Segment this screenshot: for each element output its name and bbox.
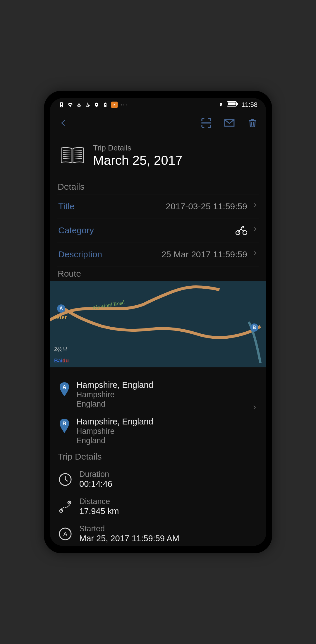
route-b-region: Hampshire bbox=[76, 427, 153, 436]
status-bar-right: 11:58 bbox=[218, 101, 257, 109]
svg-point-15 bbox=[243, 231, 247, 235]
scan-button[interactable] bbox=[200, 117, 213, 129]
header-text: Trip Details March 25, 2017 bbox=[93, 143, 183, 168]
wifi-icon bbox=[67, 102, 73, 108]
description-label: Description bbox=[58, 249, 102, 259]
screen: ··· 11:58 bbox=[50, 98, 266, 546]
cycling-icon bbox=[236, 226, 247, 235]
alert-icon bbox=[59, 102, 64, 108]
svg-point-2 bbox=[61, 106, 62, 107]
page-title: March 25, 2017 bbox=[93, 153, 183, 168]
shield-icon bbox=[94, 102, 99, 108]
signal-icon-2 bbox=[85, 102, 91, 108]
description-value: 25 Mar 2017 11:59:59 bbox=[161, 249, 247, 259]
chevron-right-icon bbox=[253, 201, 258, 212]
svg-rect-12 bbox=[228, 102, 236, 105]
page-header: Trip Details March 25, 2017 bbox=[57, 135, 259, 179]
section-trip-details-label: Trip Details bbox=[57, 449, 259, 464]
status-bar: ··· 11:58 bbox=[50, 98, 266, 111]
started-row: A Started Mar 25, 2017 11:59:59 AM bbox=[57, 520, 259, 546]
distance-value: 17.945 km bbox=[79, 506, 119, 516]
svg-point-22 bbox=[69, 502, 70, 503]
started-value: Mar 25, 2017 11:59:59 AM bbox=[79, 534, 179, 543]
svg-text:B: B bbox=[63, 421, 66, 427]
svg-point-9 bbox=[220, 103, 221, 104]
map-marker-a: A bbox=[57, 304, 65, 313]
map-marker-b: B bbox=[250, 323, 258, 332]
book-icon bbox=[60, 145, 85, 166]
pin-a-icon: A bbox=[58, 382, 71, 397]
svg-point-8 bbox=[105, 106, 106, 106]
signal-icon-1 bbox=[76, 102, 82, 108]
svg-text:A: A bbox=[63, 384, 66, 390]
distance-label: Distance bbox=[79, 497, 119, 506]
pin-b-icon: B bbox=[58, 418, 71, 434]
section-route-label: Route bbox=[57, 266, 259, 281]
svg-point-3 bbox=[70, 106, 71, 107]
status-time: 11:58 bbox=[241, 101, 257, 109]
category-label: Category bbox=[58, 225, 94, 235]
svg-rect-6 bbox=[105, 102, 106, 103]
duration-row: Duration 00:14:46 bbox=[57, 466, 259, 493]
map-scale: 2公里 bbox=[54, 346, 68, 353]
svg-rect-11 bbox=[237, 103, 238, 105]
chevron-right-icon bbox=[252, 403, 257, 414]
svg-rect-7 bbox=[105, 104, 106, 105]
battery-small-icon bbox=[102, 102, 108, 108]
top-nav bbox=[50, 111, 266, 135]
delete-button[interactable] bbox=[246, 117, 259, 129]
mail-button[interactable] bbox=[223, 117, 236, 129]
map-view[interactable]: Alresford Road ester A B 2公里 Baidu bbox=[50, 281, 266, 367]
status-bar-left: ··· bbox=[59, 101, 128, 109]
map-attribution: Baidu bbox=[54, 358, 69, 364]
chevron-right-icon bbox=[253, 249, 258, 260]
distance-row: Distance 17.945 km bbox=[57, 493, 259, 520]
title-value: 2017-03-25 11:59:59 bbox=[166, 201, 247, 211]
svg-point-4 bbox=[96, 104, 97, 105]
route-a-title: Hampshire, England bbox=[76, 380, 153, 390]
svg-point-16 bbox=[242, 226, 244, 228]
svg-rect-1 bbox=[61, 103, 62, 105]
trip-stats: Duration 00:14:46 Distance 17.945 km bbox=[57, 464, 259, 546]
title-row[interactable]: Title 2017-03-25 11:59:59 bbox=[57, 194, 259, 218]
content: Trip Details March 25, 2017 Details Titl… bbox=[50, 135, 266, 546]
chevron-right-icon bbox=[253, 225, 258, 236]
location-icon bbox=[218, 102, 224, 108]
route-b-title: Hampshire, England bbox=[76, 417, 153, 427]
map-city-label: ester bbox=[54, 313, 67, 321]
header-subtitle: Trip Details bbox=[93, 143, 183, 153]
route-a-region: Hampshire bbox=[76, 390, 153, 399]
route-b-country: England bbox=[76, 436, 153, 445]
phone-frame: ··· 11:58 bbox=[44, 91, 272, 553]
nav-actions bbox=[200, 117, 259, 129]
route-item-b: B Hampshire, England Hampshire England bbox=[57, 413, 259, 449]
distance-icon bbox=[58, 500, 72, 514]
svg-text:A: A bbox=[63, 530, 68, 538]
route-item-a: A Hampshire, England Hampshire England bbox=[57, 376, 259, 413]
start-icon: A bbox=[58, 527, 72, 541]
clock-icon bbox=[58, 472, 72, 487]
battery-icon bbox=[227, 101, 238, 109]
duration-label: Duration bbox=[79, 470, 112, 479]
started-label: Started bbox=[79, 524, 179, 533]
route-a-country: England bbox=[76, 400, 153, 409]
description-row[interactable]: Description 25 Mar 2017 11:59:59 bbox=[57, 242, 259, 266]
back-button[interactable] bbox=[57, 117, 70, 129]
category-row[interactable]: Category bbox=[57, 218, 259, 242]
play-badge-icon bbox=[111, 102, 118, 108]
route-list[interactable]: A Hampshire, England Hampshire England B… bbox=[57, 367, 259, 449]
section-details-label: Details bbox=[57, 179, 259, 194]
duration-value: 00:14:46 bbox=[79, 479, 112, 489]
title-label: Title bbox=[58, 201, 75, 211]
more-icon: ··· bbox=[121, 101, 128, 109]
